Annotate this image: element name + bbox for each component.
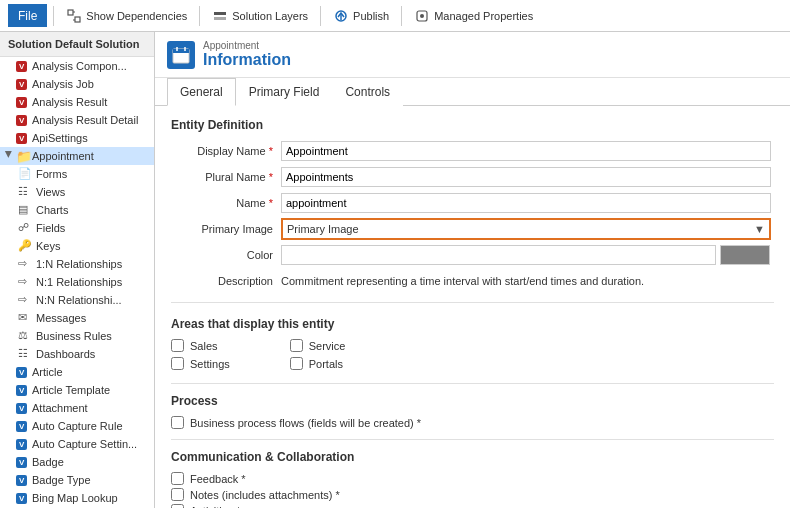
description-value: Commitment representing a time interval … (281, 275, 644, 287)
sidebar-child-keys[interactable]: 🔑 Keys (14, 237, 154, 255)
comm-items: Feedback * Notes (includes attachments) … (171, 472, 774, 508)
child-icon-n1-rel: ⇨ (18, 275, 32, 289)
sidebar-child-n1-rel[interactable]: ⇨ N:1 Relationships (14, 273, 154, 291)
areas-title: Areas that display this entity (171, 317, 774, 331)
communication-title: Communication & Collaboration (171, 450, 774, 464)
tab-primary-field[interactable]: Primary Field (236, 78, 333, 106)
managed-properties-label: Managed Properties (434, 10, 533, 22)
settings-label: Settings (190, 358, 230, 370)
sidebar-item-analysis-job[interactable]: V Analysis Job (0, 75, 154, 93)
areas-grid: Sales Settings Service Portals (171, 339, 774, 373)
sidebar-icon-bing-map: V (16, 491, 30, 505)
toolbar-sep-3 (320, 6, 321, 26)
sidebar-item-appointment[interactable]: ▶ 📁 Appointment 📄 Forms ☷ Views ▤ Charts… (0, 147, 154, 363)
sidebar-item-article-template[interactable]: V Article Template (0, 381, 154, 399)
sidebar-item-auto-capture-rule[interactable]: V Auto Capture Rule (0, 417, 154, 435)
sidebar-label-analysis-job: Analysis Job (32, 78, 150, 90)
show-dependencies-label: Show Dependencies (86, 10, 187, 22)
checkbox-sales: Sales (171, 339, 230, 352)
sidebar-child-forms[interactable]: 📄 Forms (14, 165, 154, 183)
child-label-nn-rel: N:N Relationshi... (36, 294, 122, 306)
sidebar-child-views[interactable]: ☷ Views (14, 183, 154, 201)
sidebar-item-article[interactable]: V Article (0, 363, 154, 381)
sidebar-child-business-rules[interactable]: ⚖ Business Rules (14, 327, 154, 345)
entity-definition-title: Entity Definition (171, 118, 774, 132)
sidebar-item-analysis-result-detail[interactable]: V Analysis Result Detail (0, 111, 154, 129)
business-process-checkbox[interactable] (171, 416, 184, 429)
toggle-icon: ▶ (4, 151, 14, 161)
child-icon-messages: ✉ (18, 311, 32, 325)
comm-item-2: Activities * (171, 504, 774, 508)
sidebar-icon-auto-capture-sett: V (16, 437, 30, 451)
content-area: Appointment Information General Primary … (155, 32, 790, 508)
color-input[interactable] (281, 245, 716, 265)
comm-checkbox-0[interactable] (171, 472, 184, 485)
comm-label-2: Activities * (190, 505, 241, 509)
sidebar-item-bing-map[interactable]: V Bing Map Lookup (0, 489, 154, 507)
areas-col-1: Sales Settings (171, 339, 230, 373)
name-input[interactable] (281, 193, 771, 213)
sidebar-label-analysis-result: Analysis Result (32, 96, 150, 108)
sidebar-label-auto-capture-rule: Auto Capture Rule (32, 420, 150, 432)
publish-icon (333, 8, 349, 24)
page-header-text: Appointment Information (203, 40, 291, 69)
portals-checkbox[interactable] (290, 357, 303, 370)
sidebar-label-attachment: Attachment (32, 402, 150, 414)
checkbox-service: Service (290, 339, 346, 352)
divider-3 (171, 439, 774, 440)
sidebar-child-messages[interactable]: ✉ Messages (14, 309, 154, 327)
comm-checkbox-1[interactable] (171, 488, 184, 501)
sales-checkbox[interactable] (171, 339, 184, 352)
toggle-icon (4, 421, 14, 431)
checkbox-settings: Settings (171, 357, 230, 370)
sidebar-label-appointment: Appointment (32, 150, 150, 162)
toggle-icon (4, 115, 14, 125)
file-button[interactable]: File (8, 4, 47, 27)
sidebar-item-api-settings[interactable]: V ApiSettings (0, 129, 154, 147)
sidebar-item-auto-capture-sett[interactable]: V Auto Capture Settin... (0, 435, 154, 453)
display-name-input[interactable] (281, 141, 771, 161)
sidebar-child-dashboards[interactable]: ☷ Dashboards (14, 345, 154, 363)
plural-name-input[interactable] (281, 167, 771, 187)
sidebar-item-analysis-result[interactable]: V Analysis Result (0, 93, 154, 111)
sidebar-icon-article: V (16, 365, 30, 379)
sidebar-label-badge: Badge (32, 456, 150, 468)
child-label-keys: Keys (36, 240, 60, 252)
show-dependencies-button[interactable]: Show Dependencies (60, 6, 193, 26)
sidebar-item-analysis-comp[interactable]: V Analysis Compon... (0, 57, 154, 75)
service-checkbox[interactable] (290, 339, 303, 352)
primary-image-value: Primary Image (287, 223, 359, 235)
plural-name-row: Plural Name (171, 166, 774, 188)
sidebar-item-attachment[interactable]: V Attachment (0, 399, 154, 417)
svg-rect-0 (68, 10, 73, 15)
publish-button[interactable]: Publish (327, 6, 395, 26)
toggle-icon (4, 439, 14, 449)
svg-rect-5 (214, 17, 226, 20)
sidebar-child-fields[interactable]: ☍ Fields (14, 219, 154, 237)
sidebar-item-badge[interactable]: V Badge (0, 453, 154, 471)
tab-controls[interactable]: Controls (332, 78, 403, 106)
tab-general[interactable]: General (167, 78, 236, 106)
comm-checkbox-2[interactable] (171, 504, 184, 508)
child-icon-dashboards: ☷ (18, 347, 32, 361)
settings-checkbox[interactable] (171, 357, 184, 370)
svg-rect-4 (214, 12, 226, 15)
sidebar-icon-badge: V (16, 455, 30, 469)
sidebar-header-title: Solution Default Solution (8, 38, 146, 50)
managed-properties-button[interactable]: Managed Properties (408, 6, 539, 26)
sidebar-child-charts[interactable]: ▤ Charts (14, 201, 154, 219)
sales-label: Sales (190, 340, 218, 352)
business-process-label: Business process flows (fields will be c… (190, 417, 421, 429)
sidebar-child-1n-rel[interactable]: ⇨ 1:N Relationships (14, 255, 154, 273)
color-swatch[interactable] (720, 245, 770, 265)
solution-layers-button[interactable]: Solution Layers (206, 6, 314, 26)
child-label-fields: Fields (36, 222, 65, 234)
publish-label: Publish (353, 10, 389, 22)
sidebar-item-badge-type[interactable]: V Badge Type (0, 471, 154, 489)
tabs-bar: General Primary Field Controls (155, 78, 790, 106)
name-row: Name (171, 192, 774, 214)
sidebar-icon-analysis-result-detail: V (16, 113, 30, 127)
primary-image-select[interactable]: Primary Image ▼ (281, 218, 771, 240)
sidebar-child-nn-rel[interactable]: ⇨ N:N Relationshi... (14, 291, 154, 309)
sidebar-label-api-settings: ApiSettings (32, 132, 150, 144)
